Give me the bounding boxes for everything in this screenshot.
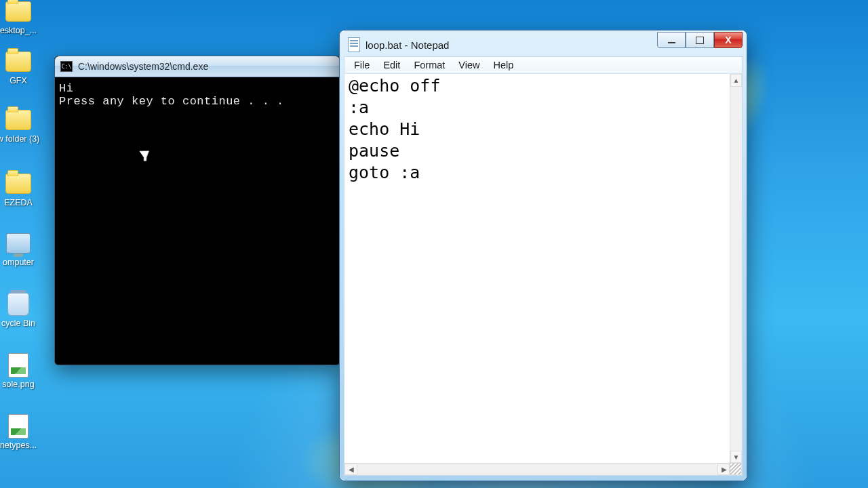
cmd-window[interactable]: C:\ C:\windows\system32\cmd.exe Hi Press… (54, 56, 340, 365)
menu-file[interactable]: File (347, 58, 376, 72)
desktop-icon-netypes[interactable]: netypes... (0, 415, 45, 450)
desktop-icon-gfx[interactable]: GFX (0, 50, 45, 85)
notepad-menubar: File Edit Format View Help (344, 56, 743, 74)
minimize-button[interactable] (657, 32, 686, 48)
folder-icon (5, 1, 31, 22)
icon-label: w folder (3) (0, 134, 45, 144)
recycle-bin-icon (7, 293, 29, 316)
notepad-client-area: @echo off :a echo Hi pause goto :a ▲ ▼ ◀… (344, 74, 743, 476)
desktop-icon-solepng[interactable]: sole.png (0, 354, 45, 389)
cmd-icon: C:\ (60, 61, 73, 72)
notepad-title-text: loop.bat - Notepad (366, 39, 449, 51)
desktop[interactable]: esktop_... GFX w folder (3) EZEDA ompute… (0, 0, 868, 488)
cmd-output[interactable]: Hi Press any key to continue . . . (58, 79, 337, 362)
icon-label: cycle Bin (0, 319, 45, 328)
image-file-icon (8, 353, 28, 378)
notepad-text-area[interactable]: @echo off :a echo Hi pause goto :a (349, 75, 728, 462)
icon-label: netypes... (0, 441, 45, 450)
desktop-icon-newfolder3[interactable]: w folder (3) (0, 108, 45, 144)
maximize-button[interactable] (686, 32, 714, 48)
vertical-scrollbar[interactable]: ▲ ▼ (730, 74, 742, 464)
scroll-left-button[interactable]: ◀ (344, 464, 357, 475)
icon-label: sole.png (0, 380, 45, 389)
horizontal-scrollbar[interactable]: ◀ ▶ (344, 463, 730, 475)
icon-label: esktop_... (0, 26, 45, 35)
notepad-icon (348, 37, 360, 52)
maximize-icon (696, 37, 704, 44)
scroll-up-button[interactable]: ▲ (730, 74, 742, 87)
desktop-icon-ezeda[interactable]: EZEDA (0, 172, 45, 207)
menu-format[interactable]: Format (407, 58, 452, 72)
icon-label: EZEDA (0, 198, 45, 207)
notepad-titlebar[interactable]: loop.bat - Notepad X (344, 35, 743, 55)
icon-label: GFX (0, 76, 45, 85)
close-button[interactable]: X (714, 32, 743, 48)
minimize-icon (668, 42, 675, 43)
resize-grip[interactable] (729, 462, 742, 475)
menu-edit[interactable]: Edit (376, 58, 407, 72)
folder-icon (5, 110, 31, 130)
image-file-icon (8, 414, 28, 439)
cmd-title-text: C:\windows\system32\cmd.exe (78, 61, 208, 72)
menu-view[interactable]: View (452, 58, 486, 72)
computer-icon (6, 233, 31, 253)
notepad-window[interactable]: loop.bat - Notepad X File Edit Format Vi… (339, 30, 747, 481)
desktop-icon-computer[interactable]: omputer (0, 232, 45, 267)
folder-icon (5, 174, 31, 194)
desktop-icon-recyclebin[interactable]: cycle Bin (0, 293, 45, 328)
close-icon: X (725, 35, 731, 45)
desktop-icon-folder-1[interactable]: esktop_... (0, 0, 45, 35)
icon-label: omputer (0, 258, 45, 267)
menu-help[interactable]: Help (486, 58, 520, 72)
cmd-titlebar[interactable]: C:\ C:\windows\system32\cmd.exe (55, 56, 340, 77)
folder-icon (5, 52, 31, 72)
